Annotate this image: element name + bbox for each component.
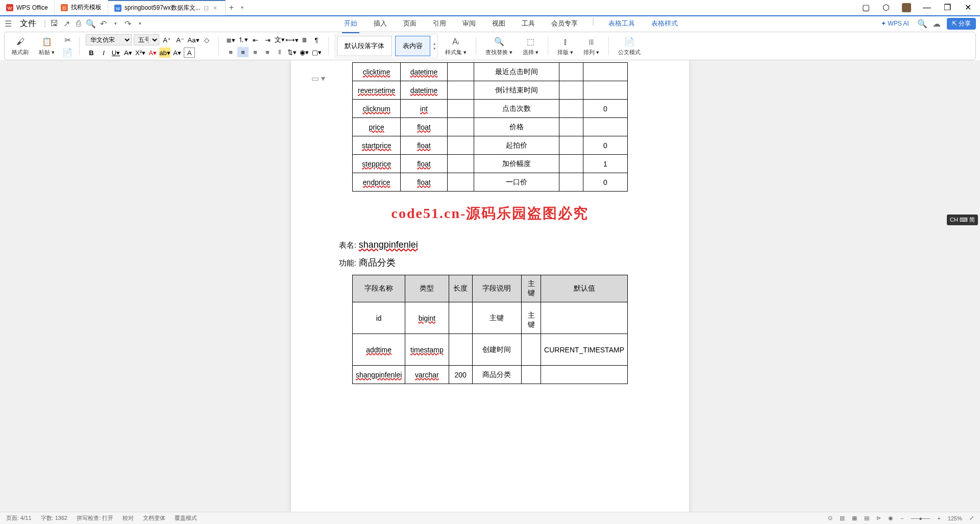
table-cell[interactable]: 创建时间	[472, 334, 521, 366]
tab-pin-icon[interactable]: ⊡	[204, 5, 209, 12]
table-cell[interactable]	[521, 334, 541, 366]
border-icon[interactable]: ▢▾	[311, 47, 322, 57]
line-spacing-icon[interactable]: ⇅▾	[286, 47, 298, 57]
style-table-content[interactable]: 表内容	[395, 36, 430, 56]
table-cell[interactable]: endprice	[353, 173, 401, 192]
table-cell[interactable]: 价格	[474, 118, 559, 136]
table-cell[interactable]: stepprice	[353, 155, 401, 173]
status-corner-icon[interactable]: ⤢	[969, 515, 974, 521]
tab-document-active[interactable]: W springboot597wx数据库文... ⊡ ×	[108, 0, 226, 15]
zoom-slider[interactable]: ──●──	[911, 515, 930, 521]
table-cell[interactable]	[559, 118, 583, 136]
font-size-select[interactable]: 五号	[134, 34, 159, 45]
menu-tab-review[interactable]: 审阅	[460, 17, 478, 30]
table-cell[interactable]: 起拍价	[474, 136, 559, 155]
window-icon-1[interactable]: ▢	[860, 2, 872, 14]
tab-dropdown-icon[interactable]: ▾	[238, 5, 243, 10]
table-cell[interactable]: 最近点击时间	[474, 63, 559, 81]
underline-button[interactable]: U▾	[110, 47, 121, 58]
tab-template[interactable]: D 找稻壳模板	[55, 0, 108, 15]
number-list-icon[interactable]: ⒈▾	[237, 35, 249, 45]
table-cell[interactable]: shangpinfenlei	[353, 366, 405, 384]
zoom-out-icon[interactable]: −	[900, 515, 903, 521]
table-cell[interactable]: varchar	[405, 366, 449, 384]
font-color-button[interactable]: A▾	[147, 47, 158, 58]
table-cell[interactable]	[447, 81, 474, 100]
preview-icon[interactable]: 🔍	[87, 19, 95, 28]
table-cell[interactable]: 0	[583, 136, 627, 155]
increase-font-icon[interactable]: A⁺	[161, 35, 173, 45]
status-mode[interactable]: 覆盖模式	[175, 514, 197, 522]
hamburger-icon[interactable]: ☰	[4, 19, 12, 28]
clear-format-icon[interactable]: ◇	[201, 35, 212, 45]
table-cell[interactable]: reversetime	[353, 81, 401, 100]
menu-tab-start[interactable]: 开始	[342, 17, 359, 30]
cube-icon[interactable]: ⬡	[880, 2, 892, 14]
table-header[interactable]: 类型	[405, 275, 449, 302]
share-button[interactable]: ⇱ 分享	[947, 18, 976, 30]
table-cell[interactable]: timestamp	[405, 334, 449, 366]
table-cell[interactable]: 0	[583, 100, 627, 118]
table-cell[interactable]	[449, 302, 472, 334]
menu-tab-member[interactable]: 会员专享	[549, 17, 580, 30]
styles-group[interactable]: Aᵢ 样式集 ▾	[442, 36, 470, 56]
table-cell[interactable]: float	[401, 136, 447, 155]
strikethrough-button[interactable]: A̶▾	[122, 47, 134, 58]
table-cell[interactable]: float	[401, 155, 447, 173]
align-center-icon[interactable]: ≡	[237, 47, 249, 57]
table-cell[interactable]	[559, 155, 583, 173]
char-border-button[interactable]: A	[184, 47, 195, 58]
status-comments[interactable]: 文档变体	[143, 514, 165, 522]
table-cell[interactable]: 点击次数	[474, 100, 559, 118]
table-cell[interactable]: float	[401, 118, 447, 136]
table-cell[interactable]: addtime	[353, 334, 405, 366]
italic-button[interactable]: I	[98, 47, 109, 58]
wps-ai-button[interactable]: ✦ WPS AI	[878, 19, 912, 28]
tab-wps-home[interactable]: W WPS Office	[0, 0, 55, 15]
status-icon-3[interactable]: ▦	[852, 515, 857, 521]
table-cell[interactable]	[447, 63, 474, 81]
distribute-icon[interactable]: ⫴	[274, 47, 285, 57]
menu-tab-table-style[interactable]: 表格样式	[649, 17, 680, 30]
table-header[interactable]: 默认值	[541, 275, 628, 302]
indent-decrease-icon[interactable]: ⇤	[250, 35, 261, 45]
maximize-button[interactable]: ❐	[941, 2, 953, 14]
status-icon-4[interactable]: ▤	[864, 515, 869, 521]
table-cell[interactable]	[447, 173, 474, 192]
table-cell[interactable]	[559, 63, 583, 81]
align-left-icon[interactable]: ≡	[225, 47, 236, 57]
table-cell[interactable]: id	[353, 302, 405, 334]
status-icon-2[interactable]: ▥	[840, 515, 845, 521]
table-cell[interactable]	[559, 100, 583, 118]
paste-group[interactable]: 📋 粘贴 ▾	[36, 36, 58, 56]
sort-icon[interactable]: Ⅲ	[299, 35, 310, 45]
gov-mode-group[interactable]: 📄 公文模式	[615, 36, 644, 56]
indent-increase-icon[interactable]: ⇥	[262, 35, 273, 45]
layout-vertical-group[interactable]: ⫿ 排版 ▾	[554, 36, 576, 56]
table-cell[interactable]	[447, 118, 474, 136]
table-cell[interactable]: price	[353, 118, 401, 136]
asian-layout-icon[interactable]: ⟷▾	[286, 35, 298, 45]
style-default-paragraph[interactable]: 默认段落字体	[337, 36, 392, 56]
table-cell[interactable]	[583, 81, 627, 100]
layout-horizontal-group[interactable]: ⫼ 排列 ▾	[580, 36, 602, 56]
format-brush-group[interactable]: 🖌 格式刷	[9, 36, 32, 56]
document-area[interactable]: ▭ ▾ clicktimedatetime最近点击时间reversetimeda…	[0, 60, 980, 512]
status-proof[interactable]: 校对	[122, 514, 134, 522]
style-up-icon[interactable]: ▴	[433, 41, 436, 46]
table-cell[interactable]	[447, 136, 474, 155]
redo-icon[interactable]: ↷	[124, 19, 132, 28]
table-cell[interactable]: 商品分类	[472, 366, 521, 384]
table-cell[interactable]	[559, 136, 583, 155]
table-cell[interactable]: CURRENT_TIMESTAMP	[541, 334, 628, 366]
table-cell[interactable]: 200	[449, 366, 472, 384]
align-right-icon[interactable]: ≡	[250, 47, 261, 57]
align-justify-icon[interactable]: ≡	[262, 47, 273, 57]
table-cell[interactable]: 一口价	[474, 173, 559, 192]
table-cell[interactable]: float	[401, 173, 447, 192]
menu-tab-page[interactable]: 页面	[401, 17, 419, 30]
tab-add-button[interactable]: +	[226, 3, 238, 12]
cut-icon[interactable]: ✂	[62, 34, 73, 45]
more-dropdown-icon[interactable]: ▾	[136, 19, 144, 28]
ime-badge[interactable]: CH ⌨ 简	[947, 215, 978, 225]
